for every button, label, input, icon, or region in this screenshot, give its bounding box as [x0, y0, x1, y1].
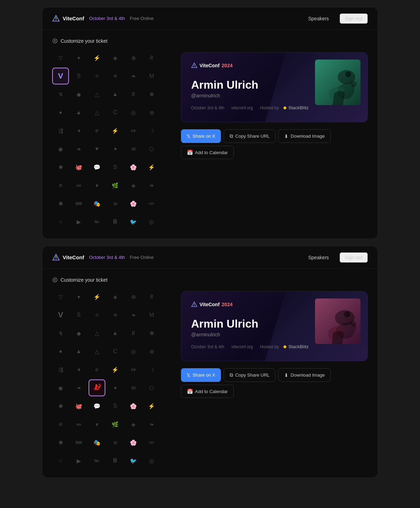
icon-cell-2[interactable]: ⊕ — [125, 288, 142, 305]
icon-cell[interactable]: ⚡ — [89, 49, 105, 66]
icon-cell[interactable]: ≋ — [107, 195, 124, 212]
icon-cell[interactable]: ◎ — [125, 104, 142, 121]
icon-cell[interactable]: B — [107, 213, 124, 230]
icon-cell-2[interactable]: M — [143, 307, 160, 323]
icon-cell-2[interactable]: ❋ — [143, 325, 160, 342]
icon-cell-2[interactable]: 🌿 — [107, 416, 124, 433]
icon-cell[interactable]: ✳ — [107, 68, 124, 84]
icon-cell[interactable]: ❧ — [143, 177, 160, 194]
icon-cell-2[interactable]: S — [70, 307, 87, 323]
download-image-button[interactable]: ⬇ Download Image — [278, 129, 331, 143]
icon-cell-2[interactable]: ⚡ — [143, 398, 160, 414]
icon-cell[interactable]: ⚡ — [107, 122, 124, 139]
icon-cell-2[interactable]: ☽ — [143, 361, 160, 378]
icon-cell-2[interactable]: 🌸 — [125, 398, 142, 414]
icon-cell-2[interactable]: ⇶ — [52, 361, 69, 378]
icon-cell[interactable]: ✉ — [125, 140, 142, 157]
icon-cell[interactable]: 🌿 — [107, 177, 124, 194]
icon-cell-2[interactable]: ◎ — [143, 452, 160, 469]
icon-cell-2[interactable]: ▾ — [70, 288, 87, 305]
icon-cell-2[interactable]: ❧ — [70, 379, 87, 396]
icon-cell[interactable]: ⊕ — [125, 49, 142, 66]
icon-cell[interactable]: △ — [89, 86, 105, 103]
icon-cell-2[interactable]: ✺ — [52, 398, 69, 414]
icon-cell-2[interactable]: ⊗ — [143, 343, 160, 360]
icon-cell[interactable]: 🐦 — [125, 213, 142, 230]
icon-cell[interactable]: ✦ — [107, 140, 124, 157]
icon-cell-2[interactable]: ↯ — [52, 325, 69, 342]
icon-cell-2[interactable]: C — [107, 343, 124, 360]
icon-cell-2[interactable]: ⬡ — [143, 379, 160, 396]
icon-cell[interactable]: ▾ — [70, 49, 87, 66]
icon-cell-2[interactable]: △ — [89, 325, 105, 342]
icon-cell-2[interactable]: ▲ — [107, 325, 124, 342]
icon-cell[interactable]: ✺ — [52, 159, 69, 176]
icon-cell[interactable]: ❧ — [125, 68, 142, 84]
share-x-button[interactable]: 𝕏 Share on X — [181, 129, 221, 143]
icon-cell[interactable]: </> — [143, 195, 160, 212]
icon-cell[interactable]: C — [107, 104, 124, 121]
icon-cell-2[interactable]: V — [52, 307, 69, 323]
icon-cell[interactable]: ⊗ — [143, 104, 160, 121]
icon-cell-2[interactable]: ✦ — [70, 361, 87, 378]
icon-cell-2[interactable]: ✺ — [52, 434, 69, 451]
icon-cell-2[interactable]: ▲ — [70, 343, 87, 360]
signout-button[interactable]: Sign out — [340, 13, 368, 24]
icon-cell-laravel-selected[interactable] — [89, 379, 105, 396]
icon-cell-2[interactable]: ◉ — [52, 379, 69, 396]
icon-cell[interactable]: ❧ — [70, 140, 87, 157]
icon-cell-2[interactable]: ≋ — [107, 434, 124, 451]
icon-cell-2[interactable]: R — [143, 288, 160, 305]
icon-cell-2[interactable]: ◎ — [125, 343, 142, 360]
speakers-link-2[interactable]: Speakers — [308, 255, 329, 260]
icon-cell[interactable]: un — [70, 177, 87, 194]
icon-cell[interactable]: 888 — [70, 195, 87, 212]
speakers-link[interactable]: Speakers — [308, 16, 329, 21]
icon-cell[interactable]: M — [143, 68, 160, 84]
icon-cell[interactable]: ◈ — [107, 49, 124, 66]
download-image-button-2[interactable]: ⬇ Download Image — [278, 368, 331, 382]
icon-cell-2[interactable]: B — [107, 452, 124, 469]
icon-cell[interactable]: ⬡ — [143, 140, 160, 157]
icon-cell[interactable]: R — [143, 49, 160, 66]
icon-cell[interactable]: ✺ — [52, 195, 69, 212]
copy-url-button[interactable]: ⧉ Copy Share URL — [224, 129, 275, 143]
icon-cell[interactable]: 💬 — [89, 159, 105, 176]
icon-cell[interactable]: ▲ — [107, 86, 124, 103]
icon-cell[interactable]: 🎭 — [89, 195, 105, 212]
icon-cell[interactable]: ⊞ — [52, 177, 69, 194]
icon-cell-2[interactable]: ▶ — [70, 452, 87, 469]
icon-cell[interactable]: ⚡ — [143, 159, 160, 176]
icon-cell-2[interactable]: ◈ — [107, 288, 124, 305]
icon-cell-2[interactable]: 🐙 — [70, 398, 87, 414]
icon-cell-2[interactable]: ⚡ — [107, 361, 124, 378]
icon-cell-2[interactable]: e — [89, 361, 105, 378]
icon-cell-2[interactable]: R — [125, 325, 142, 342]
icon-cell[interactable]: ○ — [52, 213, 69, 230]
share-x-button-2[interactable]: 𝕏 Share on X — [181, 368, 221, 382]
icon-cell-2[interactable]: Nc — [89, 452, 105, 469]
icon-cell[interactable]: cv — [125, 122, 142, 139]
icon-cell-2[interactable]: ✦ — [107, 379, 124, 396]
icon-cell-2[interactable]: ◈ — [125, 416, 142, 433]
icon-cell[interactable]: ⚛ — [89, 68, 105, 84]
icon-cell[interactable]: ◈ — [125, 177, 142, 194]
icon-cell[interactable]: ● — [52, 104, 69, 121]
icon-cell[interactable]: e — [89, 122, 105, 139]
icon-cell[interactable]: ♥ — [89, 140, 105, 157]
icon-cell[interactable]: ◎ — [143, 213, 160, 230]
icon-cell[interactable]: ▲ — [70, 104, 87, 121]
icon-cell-2[interactable]: un — [70, 416, 87, 433]
icon-cell-2[interactable]: cv — [125, 361, 142, 378]
icon-cell[interactable]: Nc — [89, 213, 105, 230]
icon-cell-2[interactable]: ▾ — [89, 416, 105, 433]
icon-cell[interactable]: ◉ — [52, 140, 69, 157]
icon-cell[interactable]: ⇶ — [52, 122, 69, 139]
copy-url-button-2[interactable]: ⧉ Copy Share URL — [224, 368, 275, 382]
icon-cell[interactable]: ▽ — [52, 49, 69, 66]
icon-cell[interactable]: 🐙 — [70, 159, 87, 176]
icon-cell[interactable]: △ — [89, 104, 105, 121]
icon-cell-2[interactable]: ● — [52, 343, 69, 360]
icon-cell-2[interactable]: ▽ — [52, 288, 69, 305]
icon-cell[interactable]: 🌸 — [125, 195, 142, 212]
